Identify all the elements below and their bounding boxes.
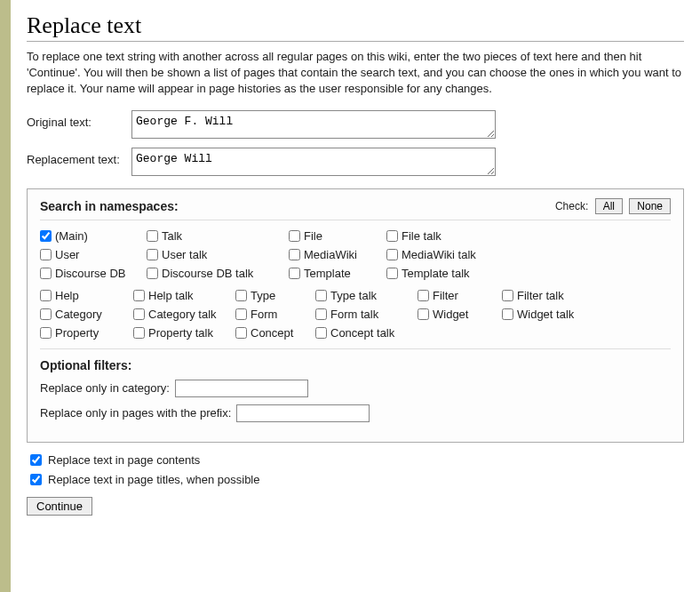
namespace-checkbox[interactable] <box>315 308 327 320</box>
check-label: Check: <box>555 200 588 212</box>
namespace-label: MediaWiki <box>304 248 357 261</box>
namespace-checkbox[interactable] <box>133 327 145 339</box>
namespace-checkbox[interactable] <box>133 290 145 301</box>
namespace-label: Type talk <box>330 289 377 302</box>
replacement-text-input[interactable] <box>131 148 496 176</box>
namespace-checkbox[interactable] <box>235 308 247 320</box>
namespace-checkbox[interactable] <box>289 268 300 279</box>
namespace-label: User <box>55 248 79 261</box>
category-filter-label: Replace only in category: <box>40 381 170 395</box>
check-all-button[interactable]: All <box>595 198 623 214</box>
namespace-label: Form talk <box>330 308 378 321</box>
namespace-checkbox[interactable] <box>502 308 513 320</box>
namespace-checkbox[interactable] <box>386 230 398 242</box>
namespace-checkbox[interactable] <box>289 249 300 260</box>
namespace-label: Widget <box>433 308 468 321</box>
namespace-checkbox[interactable] <box>386 249 398 260</box>
check-none-button[interactable]: None <box>629 198 671 214</box>
namespace-checkbox[interactable] <box>40 249 52 260</box>
intro-text: To replace one text string with another … <box>27 49 684 98</box>
namespace-label: Form <box>251 308 277 321</box>
namespace-checkbox[interactable] <box>147 268 158 279</box>
namespace-label: Help <box>55 289 79 302</box>
namespace-label: Help talk <box>148 289 194 302</box>
namespace-label: Filter <box>433 289 458 302</box>
namespace-label: (Main) <box>55 229 88 243</box>
namespace-label: Concept talk <box>330 326 394 340</box>
namespace-checkbox[interactable] <box>418 308 429 320</box>
namespace-checkbox[interactable] <box>315 327 327 339</box>
namespace-label: File <box>304 229 322 243</box>
namespace-checkbox[interactable] <box>315 290 327 301</box>
continue-button[interactable]: Continue <box>27 497 92 516</box>
namespace-checkbox[interactable] <box>40 327 52 339</box>
namespace-checkbox[interactable] <box>502 290 513 301</box>
namespace-checkbox[interactable] <box>147 230 158 242</box>
namespace-label: MediaWiki talk <box>402 248 476 261</box>
namespace-label: Property <box>55 326 99 340</box>
namespace-label: Discourse DB <box>55 267 125 280</box>
prefix-filter-label: Replace only in pages with the prefix: <box>40 406 231 420</box>
namespace-label: File talk <box>402 229 441 243</box>
namespace-label: Property talk <box>148 326 213 340</box>
divider <box>40 220 671 220</box>
namespace-label: Discourse DB talk <box>162 267 253 280</box>
original-text-label: Original text: <box>27 110 131 129</box>
namespace-checkbox[interactable] <box>147 249 158 260</box>
replacement-text-label: Replacement text: <box>27 148 131 166</box>
namespace-checkbox[interactable] <box>40 308 52 320</box>
divider <box>40 348 671 349</box>
namespace-label: Category <box>55 308 102 321</box>
namespace-label: Template talk <box>402 267 470 280</box>
namespace-label: Filter talk <box>517 289 564 302</box>
namespace-checkbox[interactable] <box>235 290 247 301</box>
page-title: Replace text <box>27 12 684 42</box>
namespace-checkbox[interactable] <box>40 290 52 301</box>
namespace-label: Template <box>304 267 351 280</box>
namespace-checkbox[interactable] <box>235 327 247 339</box>
optional-filters-heading: Optional filters: <box>40 358 671 372</box>
namespace-checkbox[interactable] <box>40 268 52 279</box>
namespace-label: Category talk <box>148 308 217 321</box>
original-text-input[interactable] <box>131 110 496 139</box>
replace-titles-checkbox[interactable] <box>30 474 42 485</box>
replace-contents-checkbox[interactable] <box>30 454 42 466</box>
namespace-checkbox[interactable] <box>386 268 398 279</box>
namespace-label: User talk <box>162 248 207 261</box>
namespace-checkbox[interactable] <box>418 290 429 301</box>
namespace-label: Concept <box>251 326 293 340</box>
namespaces-heading: Search in namespaces: <box>40 199 179 213</box>
category-filter-input[interactable] <box>175 380 308 397</box>
namespace-label: Talk <box>162 229 182 243</box>
namespaces-fieldset: Search in namespaces: Check: All None (M… <box>27 188 684 443</box>
namespace-label: Widget talk <box>517 308 574 321</box>
replace-contents-label: Replace text in page contents <box>48 453 200 467</box>
namespace-label: Type <box>251 289 275 302</box>
namespace-checkbox[interactable] <box>133 308 145 320</box>
namespace-checkbox[interactable] <box>40 230 52 242</box>
namespace-checkbox[interactable] <box>289 230 300 242</box>
prefix-filter-input[interactable] <box>236 404 370 422</box>
replace-titles-label: Replace text in page titles, when possib… <box>48 473 259 486</box>
